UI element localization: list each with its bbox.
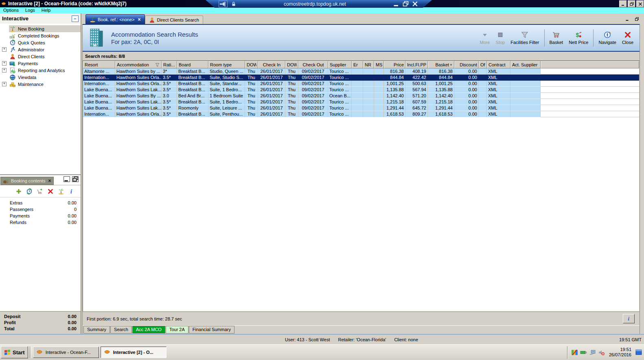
palm-tree-button[interactable] [58,188,64,195]
start-button[interactable]: Start [1,346,28,358]
pin-icon[interactable] [219,0,228,7]
sidebar-item-label: Completed Bookings [18,33,59,38]
add-button[interactable] [15,188,22,195]
window-restore-button[interactable] [628,0,635,7]
runner-icon [9,46,16,53]
nett-price-button[interactable]: $Nett Price [566,30,591,46]
column-header-price[interactable]: Price [384,61,405,68]
cell: Thu [285,111,298,117]
cell [352,68,363,75]
menu-item-options[interactable]: Options [0,7,22,13]
bottom-tab-acc-2a-mco[interactable]: Acc 2A MCO [132,326,165,334]
computer-icon[interactable] [589,349,596,356]
column-header-room-type[interactable]: Room type [208,61,245,68]
expand-icon[interactable]: + [2,68,7,72]
info-button[interactable]: i [623,314,635,323]
sidebar-item-viewdata[interactable]: Viewdata [0,74,81,81]
column-header-basket[interactable]: Basket▼ [428,61,454,68]
sidebar-item-completed-bookings[interactable]: Completed Bookings [0,32,81,39]
cell: 0.00 [454,93,479,99]
window-minimize-button[interactable] [619,0,627,7]
sidebar-item-label: Administrator [18,47,44,52]
booking-item-refunds[interactable]: Refunds0.00 [0,219,81,226]
bottom-tab-search[interactable]: Search [110,326,132,334]
booking-item-extras[interactable]: Extras0.00 [0,200,81,206]
column-header-accommodation[interactable]: Accommodation [115,61,162,68]
column-header-contract[interactable]: Contract [487,61,510,68]
mdi-restore-button[interactable] [635,17,639,22]
column-header-act-supplier[interactable]: Act. Supplier [510,61,541,68]
quote-clock-button[interactable] [26,188,33,195]
sidebar-item-payments[interactable]: +$Payments [0,60,81,67]
tab-direct-clients-search[interactable]: Direct Clients Search [145,15,203,24]
window-close-button[interactable] [636,0,644,7]
sidebar-item-maintenance[interactable]: +Maintenance [0,81,81,88]
booking-panel-restore-button[interactable] [72,176,79,182]
result-row-4[interactable]: Lake Buena...Hawthorn Suites Lak...3.5*B… [83,87,639,93]
column-header-discount[interactable]: Discount [454,61,479,68]
menu-item-help[interactable]: Help [38,7,54,13]
mdi-minimize-button[interactable] [625,17,630,22]
result-row-7[interactable]: Lake Buena...Hawthorn Suites Lak...3.5*R… [83,105,639,111]
expand-icon[interactable]: + [2,82,7,86]
column-header-check-in[interactable]: Check In [258,61,285,68]
booking-panel-minimize-button[interactable] [64,176,70,182]
column-header-check-out[interactable]: Check Out [298,61,328,68]
blue-window-icon[interactable] [635,349,642,356]
column-header-resort[interactable]: Resort [83,61,115,68]
column-header-supplier[interactable]: Supplier [328,61,352,68]
column-header-incl-fl-pp[interactable]: Incl.Fl.PP [405,61,428,68]
rdp-close-button[interactable] [412,1,418,7]
sidebar-item-reporting-and-analytics[interactable]: +Reporting and Analytics [0,67,81,74]
bottom-tab-tour-2a[interactable]: Tour 2A [166,326,188,334]
result-row-3[interactable]: Internation...Hawthorn Suites Orla...3.5… [83,81,639,87]
booking-item-payments[interactable]: Payments0.00 [0,213,81,219]
collapse-panel-button[interactable]: − [72,15,79,22]
navigate-button[interactable]: Navigate [596,30,619,46]
result-row-8[interactable]: Internation...Hawthorn Suites Orla...3.5… [83,111,639,117]
taskbar-item-2[interactable]: Interactive [2] - O... [101,347,166,358]
tab-book-ref-none[interactable]: Book. ref.: <none>× [85,14,145,24]
taskbar-item-1[interactable]: Interactive - Ocean-F... [33,347,99,358]
info-button[interactable]: i [68,188,75,195]
column-header-dow[interactable]: DOW [285,61,298,68]
tab-close-icon[interactable]: × [138,17,141,22]
bottom-tab-summary[interactable]: Summary [83,326,110,334]
rdp-minimize-button[interactable] [393,1,399,7]
result-row-2[interactable]: Internation...Hawthorn Suites Orla...3.5… [83,75,639,81]
result-row-6[interactable]: Lake Buena...Hawthorn Suites Lak...3.5*B… [83,99,639,105]
sidebar-item-new-booking[interactable]: New Booking [0,25,81,32]
facilities-filter-button[interactable]: Facilities Filter [508,30,542,46]
booking-item-passengers[interactable]: Passengers0 [0,206,81,213]
sidebar-item-quick-quotes[interactable]: Quick Quotes [0,39,81,46]
result-row-5[interactable]: Lake Buena...Hawthorn Suites By ...3.0Be… [83,93,639,99]
rdp-restore-button[interactable] [403,1,409,7]
cart-arrow-button[interactable] [37,188,43,195]
booking-panel-close-icon[interactable]: × [48,178,51,184]
basket-button[interactable]: Basket [547,30,566,46]
column-header-rati[interactable]: Rati... [162,61,177,68]
close-button[interactable]: Close [619,30,636,46]
expand-icon[interactable]: + [2,47,7,52]
search-time-text: First portion: 6.9 sec, total search tim… [87,316,623,321]
page-title: Accommodation Search Results [111,31,198,38]
sidebar-item-direct-clients[interactable]: Direct Clients [0,53,81,60]
menu-item-logs[interactable]: Logs [22,7,38,13]
booking-contents-tab[interactable]: Booking contents × [0,177,54,185]
expand-icon[interactable]: + [2,61,7,66]
app-icon [1,1,7,7]
bottom-tab-financial-summary[interactable]: Financial Summary [189,326,234,334]
network-icon[interactable] [580,349,587,356]
cell: 408.19 [405,68,428,75]
column-header-dow[interactable]: DOW [245,61,258,68]
antivirus-icon[interactable] [571,349,578,356]
column-header-of[interactable]: Of [479,61,487,68]
column-header-board[interactable]: Board [177,61,208,68]
result-row-1[interactable]: Altamonte ...Hawthorn Suites by ...3*Bre… [83,68,639,75]
column-header-er[interactable]: Er [352,61,363,68]
speaker-muted-icon[interactable] [598,349,605,356]
delete-button[interactable] [47,188,54,195]
column-header-nr[interactable]: NR [363,61,374,68]
column-header-ms[interactable]: MS [374,61,384,68]
sidebar-item-administrator[interactable]: +Administrator [0,46,81,53]
